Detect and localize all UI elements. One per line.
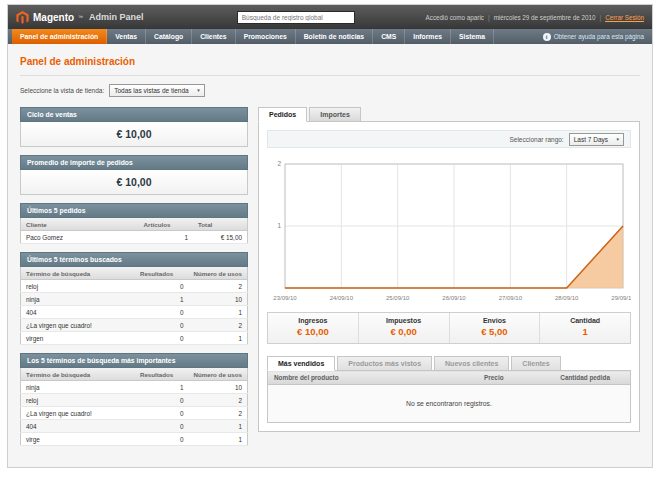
range-label: Seleccionar rango: [509, 136, 563, 143]
total-label: Cantidad [540, 317, 630, 324]
tab-pedidos[interactable]: Pedidos [258, 107, 307, 122]
nav-item-sistema[interactable]: Sistema [451, 29, 494, 44]
tab-clientes[interactable]: Clientes [511, 356, 560, 371]
total-value: 1 [540, 326, 630, 337]
cell-results: 0 [135, 420, 189, 433]
tab-nuevos-clientes[interactable]: Nuevos clientes [434, 356, 509, 371]
magento-logo: Magento™ Admin Panel [16, 11, 166, 24]
table-row[interactable]: Paco Gomez 1 € 15,00 [21, 231, 248, 244]
table-row[interactable]: virge 0 1 [21, 433, 248, 446]
chart-area: 23/09/1024/09/1025/09/1026/09/1027/09/10… [267, 156, 631, 304]
cell-results: 0 [135, 280, 189, 293]
table-row[interactable]: ¿La virgen que cuadro! 0 2 [21, 319, 248, 332]
column-header: Término de búsqueda [21, 267, 135, 280]
header-meta: Accedió como aparic miércoles 29 de sept… [426, 14, 644, 21]
totals-row: Ingresos € 10,00 Impuestos € 0,00 Envíos… [267, 312, 631, 344]
cell-term: ninja [21, 293, 135, 306]
svg-text:25/09/10: 25/09/10 [386, 295, 410, 301]
logo-subtitle: Admin Panel [89, 12, 144, 22]
help-icon [543, 33, 551, 41]
table-row[interactable]: ninja 1 10 [21, 381, 248, 394]
svg-text:2: 2 [277, 160, 281, 167]
page-title: Panel de administración [20, 56, 640, 67]
global-search-input[interactable] [237, 11, 355, 24]
lifetime-sales-value: € 10,00 [20, 122, 248, 147]
nav-item-ventas[interactable]: Ventas [107, 29, 146, 44]
top-search-terms-title: Los 5 términos de búsqueda más important… [20, 353, 248, 368]
last-search-terms-title: Últimos 5 términos buscados [20, 252, 248, 267]
last-orders-table: Cliente Artículos Total Paco Gomez 1 € 1… [20, 218, 248, 244]
diagram-panel: Seleccionar rango: Last 7 Days 23/09/102… [258, 121, 640, 432]
total-label: Impuestos [359, 317, 449, 324]
cell-uses: 1 [189, 332, 248, 345]
cell-results: 0 [135, 394, 189, 407]
dashboard-sidebar: Ciclo de ventas € 10,00 Promedio de impo… [20, 107, 248, 454]
column-header: Total [193, 218, 247, 231]
total-label: Envíos [450, 317, 540, 324]
tab-productos-mas-vistos[interactable]: Productos más vistos [337, 356, 432, 371]
top-search-terms-block: Los 5 términos de búsqueda más important… [20, 353, 248, 446]
last-orders-block: Últimos 5 pedidos Cliente Artículos Tota… [20, 203, 248, 244]
cell-uses: 1 [189, 306, 248, 319]
tab-importes[interactable]: Importes [309, 107, 361, 122]
table-row[interactable]: virgen 0 1 [21, 332, 248, 345]
cell-uses: 1 [189, 433, 248, 446]
average-orders-title: Promedio de importe de pedidos [20, 155, 248, 170]
top-header: Magento™ Admin Panel Accedió como aparic… [8, 5, 652, 29]
nav-item-promociones[interactable]: Promociones [236, 29, 296, 44]
column-header: Cantidad pedida [554, 371, 630, 385]
cell-term: reloj [21, 394, 135, 407]
total-impuestos: Impuestos € 0,00 [359, 313, 450, 343]
nav-item-catalogo[interactable]: Catálogo [146, 29, 192, 44]
empty-message: No se encontraron registros. [268, 385, 631, 423]
nav-item-boletin[interactable]: Boletín de noticias [296, 29, 373, 44]
column-header: Precio [478, 371, 554, 385]
cell-term: ¿La virgen que cuadro! [21, 319, 135, 332]
range-row: Seleccionar rango: Last 7 Days [267, 130, 631, 148]
column-header: Nombre del producto [268, 371, 479, 385]
svg-text:26/09/10: 26/09/10 [442, 295, 466, 301]
cell-results: 1 [135, 293, 189, 306]
nav-item-clientes[interactable]: Clientes [192, 29, 235, 44]
cell-results: 0 [135, 332, 189, 345]
products-tabs: Más vendidos Productos más vistos Nuevos… [267, 356, 631, 371]
table-row[interactable]: 404 0 1 [21, 306, 248, 319]
total-label: Ingresos [268, 317, 358, 324]
nav-help-link[interactable]: Obtener ayuda para esta página [543, 29, 648, 44]
dashboard-main: Pedidos Importes Seleccionar rango: Last… [258, 107, 640, 432]
column-header: Número de usos [189, 368, 248, 381]
tab-mas-vendidos[interactable]: Más vendidos [267, 356, 335, 371]
range-select[interactable]: Last 7 Days [569, 133, 624, 146]
cell-results: 1 [135, 381, 189, 394]
lifetime-sales-title: Ciclo de ventas [20, 107, 248, 122]
table-row[interactable]: reloj 0 2 [21, 394, 248, 407]
cell-items: 1 [139, 231, 193, 244]
lifetime-sales-block: Ciclo de ventas € 10,00 [20, 107, 248, 147]
nav-item-informes[interactable]: Informes [405, 29, 451, 44]
table-row[interactable]: ninja 1 10 [21, 293, 248, 306]
logout-link[interactable]: Cerrar Sesión [605, 14, 644, 21]
table-row[interactable]: ¿La virgen que cuadro! 0 2 [21, 407, 248, 420]
store-view-label: Seleccione la vista de tienda: [20, 87, 104, 94]
total-cantidad: Cantidad 1 [540, 313, 630, 343]
cell-term: 404 [21, 306, 135, 319]
store-view-selected: Todas las vistas de tienda [114, 87, 188, 94]
products-table: Nombre del producto Precio Cantidad pedi… [267, 370, 631, 423]
nav-item-cms[interactable]: CMS [373, 29, 405, 44]
store-view-select[interactable]: Todas las vistas de tienda [109, 84, 204, 97]
total-envios: Envíos € 5,00 [450, 313, 541, 343]
total-value: € 5,00 [450, 326, 540, 337]
logo-brand-text: Magento [33, 12, 74, 23]
main-nav: Panel de administración Ventas Catálogo … [8, 29, 652, 44]
nav-item-dashboard[interactable]: Panel de administración [12, 29, 107, 44]
top-search-terms-table: Término de búsqueda Resultados Número de… [20, 368, 248, 446]
cell-term: ¿La virgen que cuadro! [21, 407, 135, 420]
cell-term: reloj [21, 280, 135, 293]
cell-uses: 2 [189, 394, 248, 407]
table-row[interactable]: reloj 0 2 [21, 280, 248, 293]
cell-term: virge [21, 433, 135, 446]
cell-uses: 10 [189, 293, 248, 306]
cell-results: 0 [135, 319, 189, 332]
last-search-terms-block: Últimos 5 términos buscados Término de b… [20, 252, 248, 345]
table-row[interactable]: 404 0 1 [21, 420, 248, 433]
